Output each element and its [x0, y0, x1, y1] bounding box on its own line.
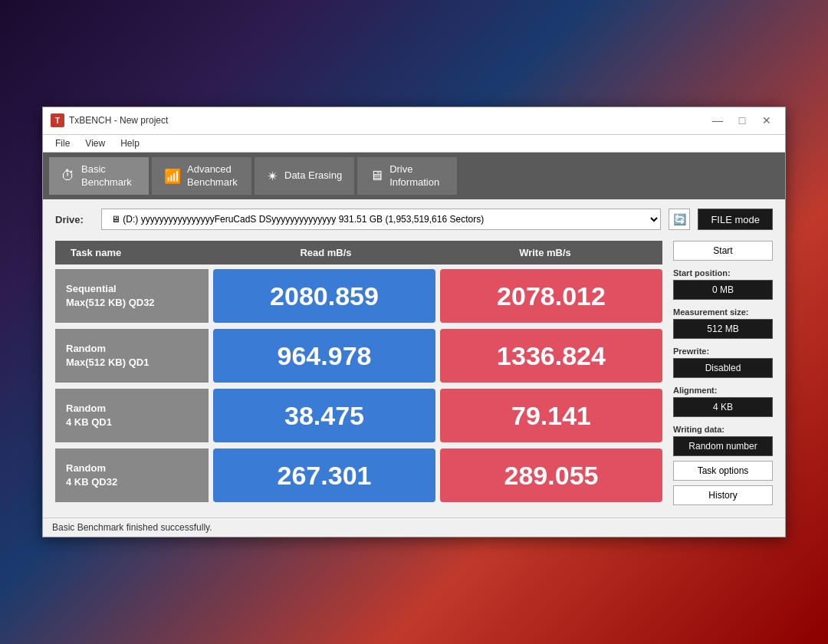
- row3-write: 79.141: [440, 389, 662, 442]
- tab-data-erasing[interactable]: ✴ Data Erasing: [255, 157, 354, 196]
- tab-basic-label: BasicBenchmark: [81, 163, 132, 189]
- table-row: Random4 KB QD1 38.475 79.141: [55, 389, 662, 442]
- tab-basic-benchmark[interactable]: ⏱ BasicBenchmark: [49, 157, 149, 196]
- row1-write: 2078.012: [440, 269, 662, 323]
- col-task-name: Task name: [63, 247, 216, 258]
- measurement-size-label: Measurement size:: [673, 307, 773, 317]
- alignment-group: Alignment: 4 KB: [673, 383, 773, 417]
- col-write: Write mB/s: [435, 247, 655, 258]
- row2-write: 1336.824: [440, 329, 662, 383]
- main-layout: Task name Read mB/s Write mB/s Sequentia…: [55, 241, 773, 508]
- menu-bar: File View Help: [43, 135, 785, 153]
- title-bar-controls: — □ ✕: [707, 113, 777, 128]
- menu-view[interactable]: View: [79, 136, 111, 150]
- table-row: SequentialMax(512 KB) QD32 2080.859 2078…: [55, 269, 662, 323]
- content-area: Drive: 🖥 (D:) yyyyyyyyyyyyyyyyFeruCadS D…: [43, 199, 785, 518]
- writing-data-label: Writing data:: [673, 425, 773, 434]
- drive-label: Drive:: [55, 214, 94, 225]
- data-erasing-icon: ✴: [267, 168, 278, 185]
- table-row: Random4 KB QD32 267.301 289.055: [55, 449, 662, 502]
- start-position-value[interactable]: 0 MB: [673, 280, 773, 300]
- minimize-button[interactable]: —: [707, 113, 728, 128]
- col-read: Read mB/s: [216, 247, 435, 258]
- tab-advanced-label: AdvancedBenchmark: [187, 163, 238, 189]
- row2-read: 964.978: [213, 329, 435, 383]
- prewrite-value[interactable]: Disabled: [673, 358, 773, 378]
- alignment-label: Alignment:: [673, 386, 773, 395]
- file-mode-button[interactable]: FILE mode: [698, 209, 773, 230]
- writing-data-value[interactable]: Random number: [673, 436, 773, 456]
- alignment-value[interactable]: 4 KB: [673, 397, 773, 417]
- tab-erasing-label: Data Erasing: [284, 169, 342, 182]
- measurement-size-value[interactable]: 512 MB: [673, 319, 773, 339]
- tab-drive-label: DriveInformation: [389, 163, 439, 189]
- row3-label: Random4 KB QD1: [55, 389, 209, 442]
- row4-label: Random4 KB QD32: [55, 449, 209, 502]
- status-bar: Basic Benchmark finished successfully.: [43, 518, 785, 537]
- history-button[interactable]: History: [673, 485, 773, 505]
- row4-write: 289.055: [440, 449, 662, 502]
- toolbar: ⏱ BasicBenchmark 📶 AdvancedBenchmark ✴ D…: [43, 153, 785, 200]
- title-bar: T TxBENCH - New project — □ ✕: [43, 107, 785, 135]
- maximize-button[interactable]: □: [731, 113, 753, 128]
- close-button[interactable]: ✕: [756, 113, 777, 128]
- tab-drive-information[interactable]: 🖥 DriveInformation: [357, 157, 457, 196]
- refresh-button[interactable]: 🔄: [669, 209, 690, 230]
- status-text: Basic Benchmark finished successfully.: [52, 522, 212, 533]
- task-options-button[interactable]: Task options: [673, 461, 773, 481]
- menu-file[interactable]: File: [49, 136, 76, 150]
- app-icon: T: [51, 113, 64, 127]
- drive-row: Drive: 🖥 (D:) yyyyyyyyyyyyyyyyFeruCadS D…: [55, 209, 773, 230]
- drive-select[interactable]: 🖥 (D:) yyyyyyyyyyyyyyyyFeruCadS DSyyyyyy…: [101, 209, 661, 230]
- drive-info-icon: 🖥: [370, 168, 383, 184]
- title-bar-left: T TxBENCH - New project: [51, 113, 168, 127]
- benchmark-table: Task name Read mB/s Write mB/s Sequentia…: [55, 241, 662, 508]
- table-row: RandomMax(512 KB) QD1 964.978 1336.824: [55, 329, 662, 383]
- start-button[interactable]: Start: [673, 241, 773, 261]
- main-window: T TxBENCH - New project — □ ✕ File View …: [42, 107, 786, 538]
- prewrite-label: Prewrite:: [673, 347, 773, 356]
- prewrite-group: Prewrite: Disabled: [673, 343, 773, 378]
- basic-benchmark-icon: ⏱: [61, 168, 75, 184]
- tab-advanced-benchmark[interactable]: 📶 AdvancedBenchmark: [152, 157, 251, 196]
- menu-help[interactable]: Help: [114, 136, 146, 150]
- row3-read: 38.475: [213, 389, 435, 442]
- measurement-size-group: Measurement size: 512 MB: [673, 304, 773, 339]
- start-position-label: Start position:: [673, 268, 773, 278]
- advanced-benchmark-icon: 📶: [164, 168, 181, 185]
- row1-label: SequentialMax(512 KB) QD32: [55, 269, 209, 323]
- writing-data-group: Writing data: Random number: [673, 422, 773, 456]
- start-position-group: Start position: 0 MB: [673, 265, 773, 300]
- row2-label: RandomMax(512 KB) QD1: [55, 329, 209, 383]
- table-header: Task name Read mB/s Write mB/s: [55, 241, 662, 264]
- window-title: TxBENCH - New project: [69, 115, 168, 126]
- row1-read: 2080.859: [213, 269, 435, 323]
- row4-read: 267.301: [213, 449, 435, 502]
- sidebar: Start Start position: 0 MB Measurement s…: [673, 241, 773, 508]
